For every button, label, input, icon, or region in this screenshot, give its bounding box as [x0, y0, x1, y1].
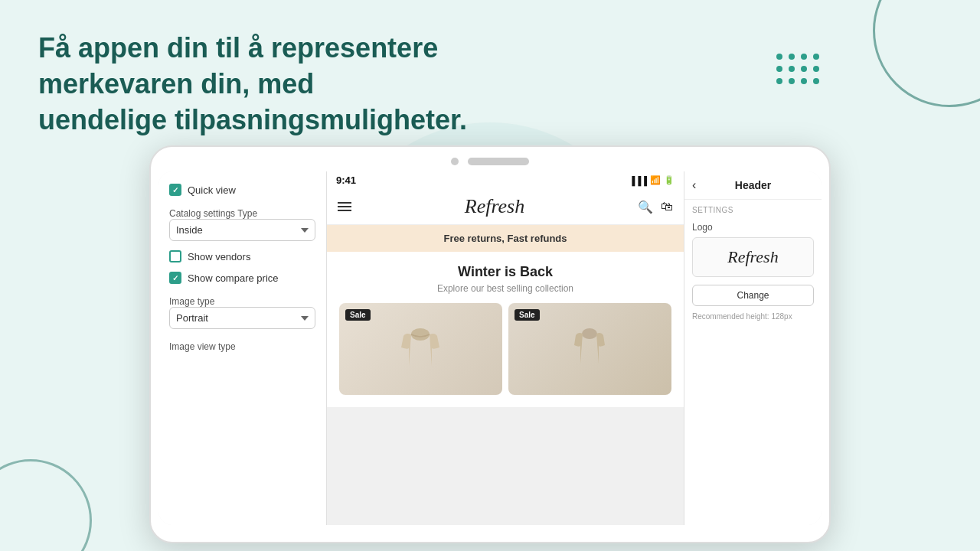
quick-view-label: Quick view [188, 184, 236, 196]
change-logo-button[interactable]: Change [692, 285, 814, 306]
status-icons: ▐▐▐ 📶 🔋 [629, 175, 675, 185]
catalog-settings-label: Catalog settings Type [169, 208, 315, 219]
logo-section-label: Logo [684, 217, 822, 234]
header-icons: 🔍 🛍 [638, 200, 673, 214]
product-card-2[interactable]: Sale [508, 303, 671, 395]
svg-point-0 [411, 328, 430, 341]
recommended-height-text: Recommended height: 128px [684, 311, 822, 322]
panel-settings-label: SETTINGS [684, 200, 822, 217]
quick-view-row[interactable]: Quick view [169, 184, 315, 196]
header-settings-panel: ‹ Header SETTINGS Logo Refresh Change Re… [684, 171, 822, 525]
catalog-type-select[interactable]: Inside Outside Tab [169, 219, 315, 241]
show-compare-checkbox[interactable] [169, 272, 181, 284]
product-grid: Sale Sale [339, 303, 671, 395]
phone-app-header: Refresh 🔍 🛍 [327, 189, 684, 225]
promo-banner: Free returns, Fast refunds [327, 225, 684, 252]
svg-point-1 [582, 328, 597, 339]
sale-badge-1: Sale [345, 309, 371, 321]
phone-time: 9:41 [336, 174, 356, 186]
show-compare-label: Show compare price [188, 272, 279, 284]
image-view-type-label: Image view type [169, 341, 315, 352]
image-type-group: Image type Portrait Square Landscape [169, 293, 315, 329]
wifi-icon: 📶 [650, 175, 661, 185]
panel-back-bar: ‹ Header [684, 171, 822, 200]
tablet-frame: Quick view Catalog settings Type Inside … [149, 145, 831, 543]
back-arrow-icon[interactable]: ‹ [692, 178, 696, 192]
phone-content: Winter is Back Explore our best selling … [327, 252, 684, 407]
product-card-1[interactable]: Sale [339, 303, 502, 395]
show-vendors-checkbox[interactable] [169, 250, 181, 262]
tablet-camera [451, 158, 459, 165]
image-type-label: Image type [169, 296, 315, 307]
settings-panel: Quick view Catalog settings Type Inside … [158, 171, 327, 525]
section-title: Winter is Back [339, 264, 671, 280]
logo-preview-text: Refresh [727, 247, 778, 266]
battery-icon: 🔋 [664, 175, 675, 185]
decorative-circle-bottom-left [0, 459, 92, 551]
tablet-top-bar [451, 158, 529, 165]
phone-area: 9:41 ▐▐▐ 📶 🔋 Refresh 🔍 🛍 [327, 171, 684, 525]
catalog-settings-group: Catalog settings Type Inside Outside Tab [169, 205, 315, 241]
dots-decoration [776, 54, 819, 84]
hamburger-icon[interactable] [338, 202, 351, 211]
sale-badge-2: Sale [514, 309, 540, 321]
decorative-circle-top-right [873, 0, 980, 107]
tablet-screen: Quick view Catalog settings Type Inside … [158, 171, 822, 525]
main-heading: Få appen din til å representere merkevar… [38, 31, 574, 138]
logo-preview-box: Refresh [692, 237, 814, 277]
image-type-select[interactable]: Portrait Square Landscape [169, 307, 315, 329]
show-vendors-row[interactable]: Show vendors [169, 250, 315, 262]
panel-header-title: Header [735, 179, 771, 191]
tablet-pill [468, 158, 529, 165]
show-vendors-label: Show vendors [188, 251, 250, 262]
section-subtitle: Explore our best selling collection [339, 283, 671, 294]
app-logo: Refresh [465, 195, 524, 218]
phone-status-bar: 9:41 ▐▐▐ 📶 🔋 [327, 171, 684, 189]
bag-icon[interactable]: 🛍 [661, 200, 673, 214]
show-compare-row[interactable]: Show compare price [169, 272, 315, 284]
quick-view-checkbox[interactable] [169, 184, 181, 196]
signal-icon: ▐▐▐ [629, 176, 647, 185]
search-icon[interactable]: 🔍 [638, 200, 653, 214]
